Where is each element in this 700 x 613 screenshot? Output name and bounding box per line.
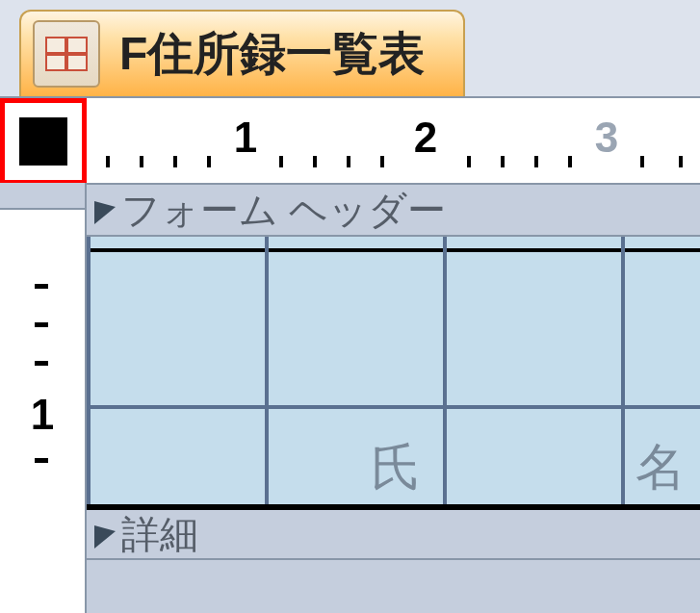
- vertical-ruler[interactable]: 1: [0, 183, 87, 613]
- ruler-mark-2: 2: [414, 114, 437, 162]
- ruler-mark-3: 3: [595, 114, 618, 162]
- section-arrow-icon: [94, 195, 116, 224]
- form-tab[interactable]: F住所録一覧表: [19, 10, 465, 96]
- horizontal-ruler[interactable]: 1 2 3: [87, 98, 700, 185]
- section-detail-bar[interactable]: 詳細: [87, 506, 700, 560]
- ruler-mark-1: 1: [234, 114, 257, 162]
- form-selector[interactable]: [0, 98, 87, 185]
- design-canvas[interactable]: フォーム ヘッダー 氏 名 詳細: [87, 183, 700, 613]
- form-icon: [33, 20, 100, 88]
- form-header-body[interactable]: 氏 名: [87, 237, 700, 506]
- header-cell-mei: 名: [635, 434, 686, 501]
- vruler-mark-1: 1: [31, 391, 54, 439]
- section-detail-label: 詳細: [121, 508, 198, 561]
- header-cell-shi: 氏: [371, 434, 421, 501]
- section-arrow-icon: [94, 520, 116, 549]
- tab-title: F住所録一覧表: [119, 23, 425, 85]
- section-form-header-label: フォーム ヘッダー: [121, 184, 446, 237]
- section-form-header-bar[interactable]: フォーム ヘッダー: [87, 183, 700, 237]
